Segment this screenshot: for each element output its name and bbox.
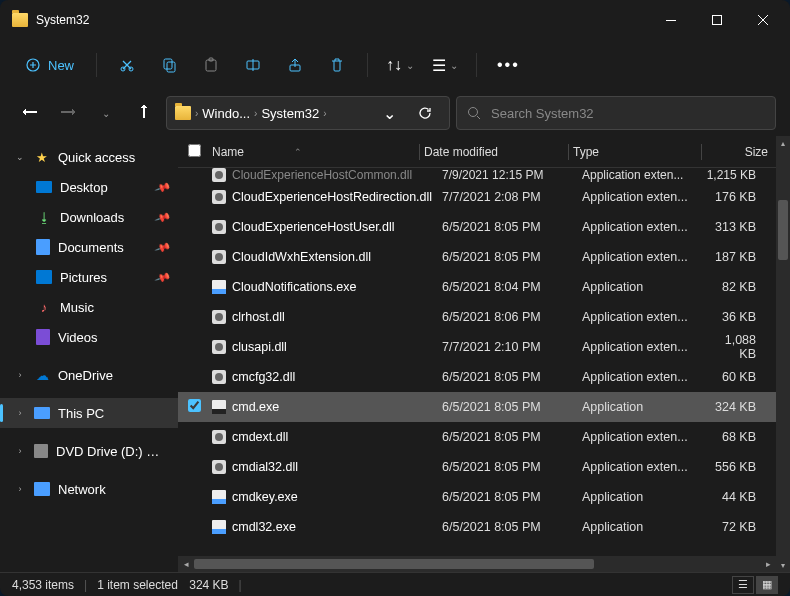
crumb-segment[interactable]: Windo... [202, 106, 250, 121]
column-name[interactable]: Name⌃ [212, 145, 415, 159]
scroll-up-button[interactable]: ▴ [776, 136, 790, 150]
sidebar-item-label: Downloads [60, 210, 124, 225]
cmd-icon [212, 400, 226, 414]
file-row[interactable]: CloudExperienceHostCommon.dll7/9/2021 12… [178, 168, 776, 182]
cut-button[interactable] [109, 47, 145, 83]
file-row[interactable]: clusapi.dll7/7/2021 2:10 PMApplication e… [178, 332, 776, 362]
sidebar-item-documents[interactable]: Documents📌 [0, 232, 178, 262]
file-type: Application exten... [582, 460, 706, 474]
row-checkbox[interactable] [188, 249, 212, 265]
chevron-right-icon[interactable]: › [14, 370, 26, 380]
search-placeholder: Search System32 [491, 106, 594, 121]
vertical-scrollbar[interactable]: ▴ ▾ [776, 136, 790, 572]
copy-button[interactable] [151, 47, 187, 83]
sidebar-network[interactable]: › Network [0, 474, 178, 504]
sort-button[interactable]: ↑↓⌄ [380, 52, 420, 78]
breadcrumb[interactable]: › Windo... › System32 › ⌄ [166, 96, 450, 130]
sidebar-onedrive[interactable]: › ☁ OneDrive [0, 360, 178, 390]
row-checkbox[interactable] [188, 309, 212, 325]
row-checkbox[interactable] [188, 399, 212, 415]
forward-button[interactable]: 🠖 [52, 97, 84, 129]
row-checkbox[interactable] [188, 339, 212, 355]
sidebar-quick-access[interactable]: ⌄ ★ Quick access [0, 142, 178, 172]
file-type: Application exten... [582, 190, 706, 204]
chevron-right-icon[interactable]: › [14, 484, 26, 494]
scroll-thumb[interactable] [778, 200, 788, 260]
share-button[interactable] [277, 47, 313, 83]
row-checkbox[interactable] [188, 459, 212, 475]
scroll-left-button[interactable]: ◂ [178, 556, 194, 572]
column-type[interactable]: Type [573, 145, 697, 159]
select-all-checkbox[interactable] [188, 144, 212, 160]
dll-icon [212, 250, 226, 264]
file-row[interactable]: clrhost.dll6/5/2021 8:06 PMApplication e… [178, 302, 776, 332]
row-checkbox[interactable] [188, 279, 212, 295]
file-date: 6/5/2021 8:05 PM [442, 520, 582, 534]
row-checkbox[interactable] [188, 489, 212, 505]
row-checkbox[interactable] [188, 519, 212, 535]
sidebar-item-desktop[interactable]: Desktop📌 [0, 172, 178, 202]
file-size: 324 KB [706, 400, 776, 414]
column-date[interactable]: Date modified [424, 145, 564, 159]
file-type: Application exten... [582, 430, 706, 444]
file-row[interactable]: cmdext.dll6/5/2021 8:05 PMApplication ex… [178, 422, 776, 452]
sidebar-dvd[interactable]: › DVD Drive (D:) CCCO [0, 436, 178, 466]
details-view-button[interactable]: ☰ [732, 576, 754, 594]
dll-icon [212, 310, 226, 324]
scroll-right-button[interactable]: ▸ [760, 556, 776, 572]
crumb-segment[interactable]: System32 [261, 106, 319, 121]
horizontal-scrollbar[interactable]: ◂ ▸ [178, 556, 776, 572]
column-size[interactable]: Size [706, 145, 776, 159]
sidebar-item-videos[interactable]: Videos [0, 322, 178, 352]
file-row[interactable]: cmdial32.dll6/5/2021 8:05 PMApplication … [178, 452, 776, 482]
file-row[interactable]: cmdl32.exe6/5/2021 8:05 PMApplication72 … [178, 512, 776, 542]
more-button[interactable]: ••• [489, 52, 528, 78]
file-row[interactable]: cmd.exe6/5/2021 8:05 PMApplication324 KB [178, 392, 776, 422]
file-type: Application exten... [582, 220, 706, 234]
recent-dropdown[interactable]: ⌄ [90, 97, 122, 129]
sidebar-item-pictures[interactable]: Pictures📌 [0, 262, 178, 292]
scroll-down-button[interactable]: ▾ [776, 558, 790, 572]
minimize-button[interactable] [648, 4, 694, 36]
refresh-button[interactable] [409, 97, 441, 129]
file-name: cmdkey.exe [232, 490, 442, 504]
sidebar-item-music[interactable]: ♪Music [0, 292, 178, 322]
file-row[interactable]: cmcfg32.dll6/5/2021 8:05 PMApplication e… [178, 362, 776, 392]
crumb-dropdown[interactable]: ⌄ [373, 97, 405, 129]
back-button[interactable]: 🠔 [14, 97, 46, 129]
file-row[interactable]: CloudIdWxhExtension.dll6/5/2021 8:05 PMA… [178, 242, 776, 272]
view-button[interactable]: ☰⌄ [426, 52, 464, 79]
sort-icon: ↑↓ [386, 56, 402, 74]
row-checkbox[interactable] [188, 219, 212, 235]
file-list[interactable]: CloudExperienceHostCommon.dll7/9/2021 12… [178, 168, 776, 556]
file-row[interactable]: cmdkey.exe6/5/2021 8:05 PMApplication44 … [178, 482, 776, 512]
chevron-right-icon[interactable]: › [14, 408, 26, 418]
maximize-button[interactable] [694, 4, 740, 36]
row-checkbox[interactable] [188, 429, 212, 445]
new-button[interactable]: New [16, 52, 84, 79]
row-checkbox[interactable] [188, 168, 212, 182]
file-size: 1,215 KB [706, 168, 776, 182]
scroll-thumb[interactable] [194, 559, 594, 569]
chevron-right-icon[interactable]: › [14, 446, 26, 456]
paste-button[interactable] [193, 47, 229, 83]
navigation-pane: ⌄ ★ Quick access Desktop📌⭳Downloads📌Docu… [0, 136, 178, 572]
file-date: 6/5/2021 8:04 PM [442, 280, 582, 294]
file-date: 6/5/2021 8:05 PM [442, 490, 582, 504]
sidebar-item-downloads[interactable]: ⭳Downloads📌 [0, 202, 178, 232]
docs-icon [36, 239, 50, 255]
file-row[interactable]: CloudExperienceHostRedirection.dll7/7/20… [178, 182, 776, 212]
sidebar-this-pc[interactable]: › This PC [0, 398, 178, 428]
file-type: Application exten... [582, 370, 706, 384]
row-checkbox[interactable] [188, 189, 212, 205]
row-checkbox[interactable] [188, 369, 212, 385]
up-button[interactable]: 🠕 [128, 97, 160, 129]
file-row[interactable]: CloudNotifications.exe6/5/2021 8:04 PMAp… [178, 272, 776, 302]
delete-button[interactable] [319, 47, 355, 83]
rename-button[interactable] [235, 47, 271, 83]
close-button[interactable] [740, 4, 786, 36]
chevron-down-icon[interactable]: ⌄ [14, 152, 26, 162]
search-box[interactable]: Search System32 [456, 96, 776, 130]
thumbnails-view-button[interactable]: ▦ [756, 576, 778, 594]
file-row[interactable]: CloudExperienceHostUser.dll6/5/2021 8:05… [178, 212, 776, 242]
